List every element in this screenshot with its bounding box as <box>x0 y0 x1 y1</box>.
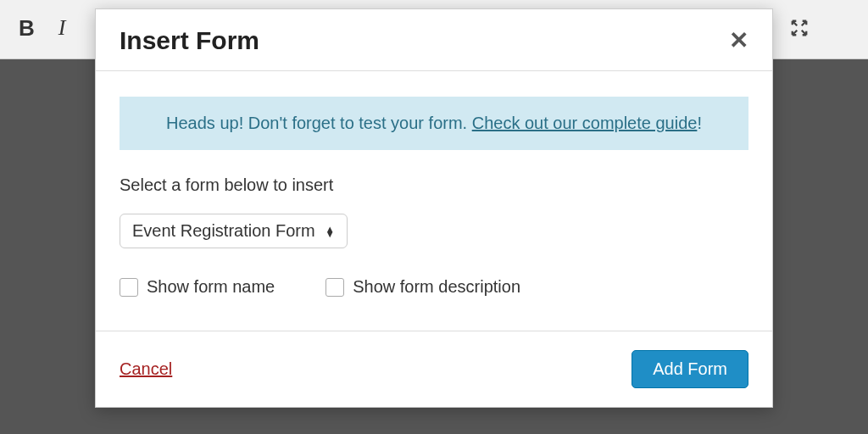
form-select-value: Event Registration Form <box>132 221 315 241</box>
italic-button[interactable]: I <box>58 15 66 42</box>
insert-form-modal: Insert Form ✕ Heads up! Don't forget to … <box>95 8 773 408</box>
show-desc-checkbox[interactable] <box>326 278 344 297</box>
show-desc-label: Show form description <box>353 277 520 297</box>
show-name-option[interactable]: Show form name <box>120 277 275 297</box>
notice-suffix: ! <box>697 114 702 132</box>
fullscreen-icon[interactable] <box>790 19 809 37</box>
show-desc-option[interactable]: Show form description <box>326 277 520 297</box>
bold-button[interactable]: B <box>19 15 35 42</box>
cancel-button[interactable]: Cancel <box>120 359 172 379</box>
modal-header: Insert Form ✕ <box>96 9 772 71</box>
add-form-button[interactable]: Add Form <box>632 350 748 388</box>
form-select[interactable]: Event Registration Form ▲▼ <box>120 214 348 248</box>
show-name-label: Show form name <box>147 277 275 297</box>
checkbox-row: Show form name Show form description <box>120 277 748 297</box>
editor-toolbar: B I <box>19 15 65 42</box>
modal-title: Insert Form <box>120 26 259 55</box>
close-icon[interactable]: ✕ <box>729 29 748 53</box>
select-label: Select a form below to insert <box>120 175 748 195</box>
notice-banner: Heads up! Don't forget to test your form… <box>120 97 748 150</box>
modal-body: Heads up! Don't forget to test your form… <box>96 71 772 331</box>
select-caret-icon: ▲▼ <box>326 226 335 236</box>
modal-footer: Cancel Add Form <box>96 331 772 407</box>
form-select-wrap: Event Registration Form ▲▼ <box>120 214 748 248</box>
show-name-checkbox[interactable] <box>120 278 138 297</box>
notice-link[interactable]: Check out our complete guide <box>472 114 698 132</box>
notice-prefix: Heads up! Don't forget to test your form… <box>166 114 472 132</box>
